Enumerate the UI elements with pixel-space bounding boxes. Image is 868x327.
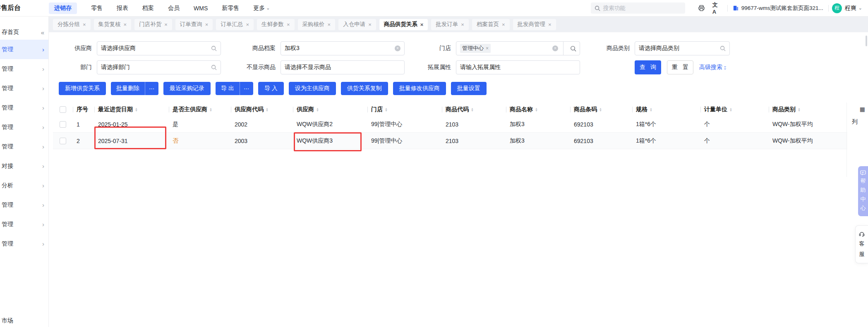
column-settings-icon[interactable]: ▦ <box>860 106 865 112</box>
sidebar-item-10[interactable]: 管理› <box>0 234 48 253</box>
more-options-icon[interactable]: ⋯ <box>240 82 253 95</box>
tab-purchase-pricing[interactable]: 采购核价× <box>298 19 336 30</box>
sidebar-item-market[interactable]: 市场 <box>2 317 13 325</box>
row-checkbox[interactable] <box>60 121 66 128</box>
tab-wholesale-order[interactable]: 批发订单× <box>431 19 469 30</box>
tab-collection-review[interactable]: 集货复核× <box>94 19 132 30</box>
table-row[interactable]: 1 2025-01-25 是 2002 WQW供应商2 99|管理中心 2103… <box>53 116 847 133</box>
recent-purchase-button[interactable]: 最近采购记录 <box>163 82 211 95</box>
add-supply-relation-button[interactable]: 新增供货关系 <box>59 82 106 95</box>
close-tab-icon[interactable]: × <box>287 21 290 28</box>
avatar[interactable]: 程 <box>832 3 842 13</box>
hidden-product-select[interactable]: 请选择不显示商品 <box>281 60 405 74</box>
close-tab-icon[interactable]: × <box>246 21 249 28</box>
sidebar-item-3[interactable]: 管理› <box>0 98 48 117</box>
close-tab-icon[interactable]: × <box>461 21 464 28</box>
supplier-select[interactable]: 请选择供应商 <box>97 41 221 55</box>
tab-store-replenishment[interactable]: 门店补货× <box>134 19 172 30</box>
copy-supply-relation-button[interactable]: 供货关系复制 <box>341 82 388 95</box>
nav-item-archives[interactable]: 档案 <box>142 5 154 12</box>
column-header: 规格 <box>636 106 647 113</box>
sidebar-item-0[interactable]: 管理› <box>0 40 48 59</box>
tab-wholesaler-mgmt[interactable]: 批发商管理× <box>513 19 556 30</box>
sort-icon[interactable]: ▲▼ <box>316 107 319 112</box>
nav-item-new-retail[interactable]: 新零售 <box>222 5 239 12</box>
sort-icon[interactable]: ▲▼ <box>135 107 138 112</box>
nav-item-reports[interactable]: 报表 <box>117 5 128 12</box>
sort-icon[interactable]: ▲▼ <box>599 107 602 112</box>
nav-item-members[interactable]: 会员 <box>168 5 180 12</box>
close-tab-icon[interactable]: × <box>205 21 209 28</box>
sort-icon[interactable]: ▲▼ <box>798 107 801 112</box>
tab-order-summary[interactable]: 订单汇总× <box>216 19 254 30</box>
search-icon[interactable] <box>567 45 580 52</box>
reset-button[interactable]: 重 置 <box>667 60 693 74</box>
close-tab-icon[interactable]: × <box>368 21 372 28</box>
row-checkbox[interactable] <box>60 138 66 144</box>
user-menu-chevron-icon[interactable]: ⌄ <box>858 6 862 10</box>
sidebar-item-8[interactable]: 管理› <box>0 195 48 215</box>
sidebar-item-home[interactable]: 存首页 « <box>0 25 48 40</box>
tab-order-query[interactable]: 订单查询× <box>175 19 213 30</box>
remove-tag-icon[interactable]: × <box>486 45 489 51</box>
customer-service-button[interactable]: 客 服 <box>855 225 868 263</box>
translate-icon[interactable]: 文A <box>712 4 721 12</box>
sidebar-item-6[interactable]: 对接› <box>0 156 48 176</box>
sidebar-item-1[interactable]: 管理› <box>0 59 48 79</box>
batch-delete-button[interactable]: 批量删除 ⋯ <box>111 82 158 95</box>
sidebar-item-4[interactable]: 管理› <box>0 117 48 137</box>
tab-sorting-group[interactable]: 分拣分组× <box>53 19 91 30</box>
sort-icon[interactable]: ▲▼ <box>209 107 212 112</box>
sidebar-item-5[interactable]: 管理› <box>0 137 48 156</box>
close-tab-icon[interactable]: × <box>502 21 505 28</box>
account-set-switcher[interactable]: 99677-wms测试账套新页面321... <box>733 5 823 12</box>
department-select[interactable]: 请选择部门 <box>97 60 221 74</box>
close-tab-icon[interactable]: × <box>83 21 86 28</box>
clear-icon[interactable]: × <box>395 45 400 51</box>
store-select[interactable]: 管理中心× × <box>456 41 580 55</box>
sort-icon[interactable]: ▲▼ <box>535 107 538 112</box>
sort-icon[interactable]: ▲▼ <box>650 107 652 112</box>
sort-icon[interactable]: ▲▼ <box>729 107 732 112</box>
collapse-sidebar-icon[interactable]: « <box>41 29 44 36</box>
sidebar-item-2[interactable]: 管理› <box>0 79 48 98</box>
query-button[interactable]: 查 询 <box>635 60 661 74</box>
export-button[interactable]: 导 出 ⋯ <box>216 82 253 95</box>
nav-item-wms[interactable]: WMS <box>194 5 208 12</box>
batch-modify-supplier-button[interactable]: 批量修改供应商 <box>393 82 446 95</box>
product-select[interactable]: 加权3 × <box>281 41 405 55</box>
global-search-input[interactable]: 搜索功能 <box>591 2 685 14</box>
print-icon[interactable] <box>698 4 706 12</box>
close-tab-icon[interactable]: × <box>164 21 168 28</box>
advanced-search-link[interactable]: 高级搜索 ⌄⌄ <box>699 64 727 71</box>
sort-icon[interactable]: ▲▼ <box>385 107 388 112</box>
more-options-icon[interactable]: ⋯ <box>145 82 158 95</box>
close-tab-icon[interactable]: × <box>124 21 127 28</box>
batch-set-button[interactable]: 批量设置 <box>451 82 487 95</box>
close-tab-icon[interactable]: × <box>548 21 551 28</box>
help-center-button[interactable]: 帮 助 中 心 <box>858 166 868 216</box>
tab-warehouse-entry[interactable]: 入仓申请× <box>338 19 376 30</box>
divider <box>563 42 563 55</box>
set-main-supplier-button[interactable]: 设为主供应商 <box>289 82 336 95</box>
table-row[interactable]: 2 2025-07-31 否 2003 WQW供应商3 99|管理中心 2103… <box>53 133 847 149</box>
select-all-checkbox[interactable] <box>60 106 66 113</box>
tab-archive-home[interactable]: 档案首页× <box>472 19 510 30</box>
nav-item-more[interactable]: 更多⌄ <box>253 5 270 12</box>
ext-attr-input[interactable]: 请输入拓展属性 <box>456 60 580 74</box>
sidebar-item-9[interactable]: 管理› <box>0 215 48 234</box>
nav-item-retail[interactable]: 零售 <box>91 5 103 12</box>
close-tab-icon[interactable]: × <box>420 21 424 28</box>
column-settings-label[interactable]: 列 <box>852 118 858 126</box>
import-button[interactable]: 导 入 <box>258 82 284 95</box>
clear-icon[interactable]: × <box>552 45 558 51</box>
sort-icon[interactable]: ▲▼ <box>266 107 269 112</box>
category-select[interactable]: 请选择商品类别 <box>635 41 730 55</box>
tab-fresh-params[interactable]: 生鲜参数× <box>257 19 295 30</box>
sort-icon[interactable]: ▲▼ <box>471 107 474 112</box>
scrollbar[interactable] <box>866 36 867 46</box>
tab-supply-relation[interactable]: 商品供货关系× <box>379 19 428 30</box>
nav-item-inventory[interactable]: 进销存 <box>49 2 77 14</box>
sidebar-item-7[interactable]: 分析› <box>0 176 48 195</box>
close-tab-icon[interactable]: × <box>328 21 331 28</box>
